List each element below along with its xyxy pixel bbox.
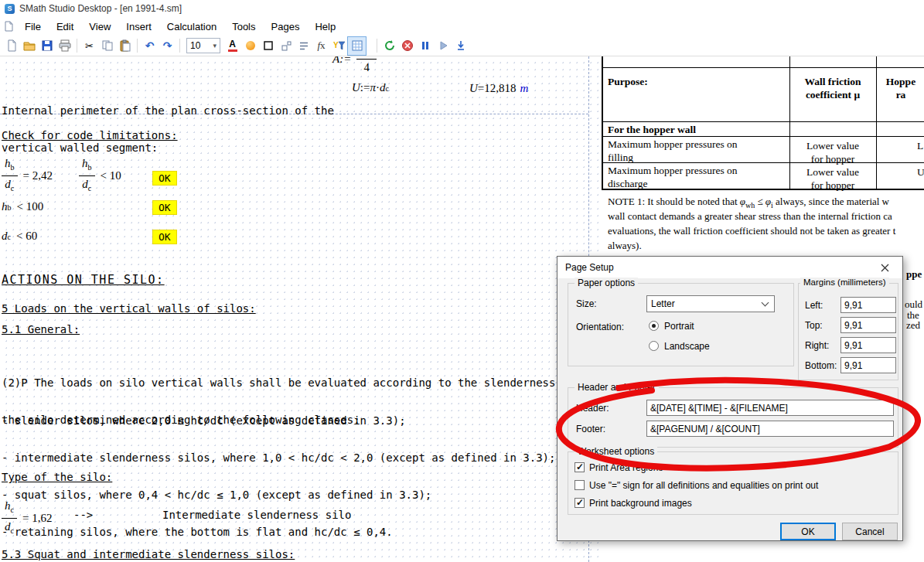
text-line: vertical walled segment: — [2, 141, 334, 154]
recalculate-button[interactable] — [380, 37, 398, 55]
menu-help[interactable]: Help — [307, 19, 343, 34]
new-file-button[interactable] — [2, 37, 20, 55]
region-ratio-value[interactable]: hb dc = 2,42 — [2, 156, 53, 196]
menu-insert[interactable]: Insert — [118, 19, 159, 34]
background-color-button[interactable] — [241, 37, 259, 55]
math-op: = — [478, 82, 484, 95]
cancel-button[interactable]: Cancel — [842, 523, 898, 540]
menu-pages[interactable]: Pages — [264, 19, 308, 34]
section-heading-5[interactable]: 5 Loads on the vertical walls of silos: — [2, 302, 256, 315]
save-button[interactable] — [38, 37, 56, 55]
section-heading-code-check[interactable]: Check for code limitations: — [2, 129, 178, 141]
ok-badge[interactable]: OK — [152, 230, 177, 244]
margin-top-label: Top: — [805, 320, 823, 331]
margin-bottom-input[interactable] — [840, 357, 896, 373]
matrix-grid-icon — [351, 39, 363, 52]
insert-function-button[interactable]: fx — [312, 37, 330, 55]
math-var: U — [469, 82, 478, 95]
math-var: d — [5, 178, 11, 190]
ok-button[interactable]: OK — [780, 523, 836, 540]
undo-button[interactable]: ↶ — [141, 37, 159, 55]
table-cell: L — [917, 139, 923, 152]
margin-right-label: Right: — [805, 340, 829, 351]
scissors-icon: ✂ — [85, 41, 94, 51]
font-size-select[interactable]: 10 ▾ — [186, 38, 220, 53]
print-button[interactable] — [56, 37, 73, 55]
menu-file[interactable]: File — [17, 19, 49, 34]
insert-unit-button[interactable]: Y — [330, 37, 348, 55]
toolbar-separator — [137, 39, 138, 53]
border-button[interactable] — [259, 37, 277, 55]
close-button[interactable] — [868, 257, 902, 278]
note-text: always, since the material w — [773, 196, 889, 207]
color-ball-icon — [246, 41, 255, 50]
ok-badge[interactable]: OK — [152, 200, 177, 215]
cut-button[interactable]: ✂ — [80, 37, 98, 55]
insert-matrix-button[interactable] — [348, 37, 366, 55]
note-text: NOTE 1: It should be noted that — [608, 196, 740, 207]
font-color-button[interactable]: A — [223, 37, 241, 55]
region-area-formula-fragment[interactable]: A:= 4 — [332, 56, 377, 74]
step-button[interactable] — [452, 37, 469, 55]
paste-button[interactable] — [116, 37, 134, 55]
interrupt-button[interactable] — [398, 37, 416, 55]
header-label: Header: — [576, 403, 609, 414]
menubar: File Edit View Insert Calculation Tools … — [0, 17, 924, 36]
open-button[interactable] — [20, 37, 38, 55]
stop-icon — [401, 39, 414, 52]
menu-calculation[interactable]: Calculation — [159, 19, 224, 34]
math-var: d — [5, 520, 11, 533]
cell-line: ra — [878, 88, 924, 101]
header-input[interactable] — [646, 400, 894, 416]
margin-top-input[interactable] — [840, 317, 896, 333]
exponent-button[interactable] — [277, 37, 295, 55]
math-sub: b — [11, 163, 15, 172]
math-sub: c — [11, 506, 14, 514]
region-perimeter-result[interactable]: U=12,818m — [469, 82, 528, 95]
undo-icon: ↶ — [145, 40, 155, 51]
copy-button[interactable] — [98, 37, 116, 55]
cell-line: coefficient μ — [789, 88, 876, 101]
menu-tools[interactable]: Tools — [224, 19, 263, 34]
print-background-checkbox[interactable] — [575, 498, 585, 508]
paper-size-select[interactable]: Letter — [646, 295, 775, 312]
landscape-radio[interactable] — [649, 341, 659, 351]
region-check-dc[interactable]: dc < 60 — [2, 230, 37, 243]
section-heading-actions[interactable]: ACTIONS ON THE SILO: — [2, 274, 165, 286]
math-rhs: < 60 — [16, 230, 37, 243]
region-check-hb[interactable]: hb < 100 — [2, 200, 43, 213]
region-perimeter-formula[interactable]: U:=π·dc — [352, 81, 389, 94]
text-line: Internal perimeter of the plan cross-sec… — [2, 104, 334, 117]
footer-input[interactable] — [646, 421, 894, 437]
print-background-label: Print background images — [589, 498, 692, 509]
list-button[interactable] — [295, 37, 312, 55]
section-heading-type[interactable]: Type of the silo: — [2, 471, 112, 483]
play-button[interactable] — [434, 37, 452, 55]
menu-edit[interactable]: Edit — [49, 19, 81, 34]
region-slenderness-ratio[interactable]: hc dc = 1,62 — [2, 499, 52, 538]
math-sub: c — [386, 84, 389, 93]
section-heading-5-1[interactable]: 5.1 General: — [2, 323, 80, 335]
region-ratio-limit[interactable]: hb dc < 10 — [79, 156, 121, 196]
margin-right-input[interactable] — [840, 337, 896, 353]
arrow-text[interactable]: --> — [73, 509, 93, 521]
menu-view[interactable]: View — [81, 19, 118, 34]
silo-type-result[interactable]: Intermediate slenderness silo — [162, 509, 351, 521]
cell-line: discharge — [608, 177, 738, 190]
section-heading-5-3[interactable]: 5.3 Squat and intermediate slenderness s… — [2, 548, 295, 560]
math-value: 12,818 — [484, 82, 516, 95]
print-area-checkbox[interactable] — [575, 462, 585, 472]
pause-button[interactable] — [416, 37, 434, 55]
document-icon[interactable] — [3, 21, 14, 32]
phi-symbol: φ — [765, 196, 771, 207]
ok-badge[interactable]: OK — [152, 171, 177, 186]
note-paragraph: evaluations, the wall friction coefficie… — [608, 225, 924, 237]
portrait-radio[interactable] — [649, 321, 659, 331]
math-var: h — [5, 499, 11, 512]
use-equals-label: Use "=" sign for all definitions and equ… — [589, 480, 818, 491]
orientation-label: Orientation: — [576, 322, 624, 332]
math-rhs: < 100 — [17, 200, 44, 213]
margin-left-input[interactable] — [840, 297, 896, 313]
redo-button[interactable]: ↷ — [159, 37, 176, 55]
use-equals-checkbox[interactable] — [575, 480, 585, 490]
